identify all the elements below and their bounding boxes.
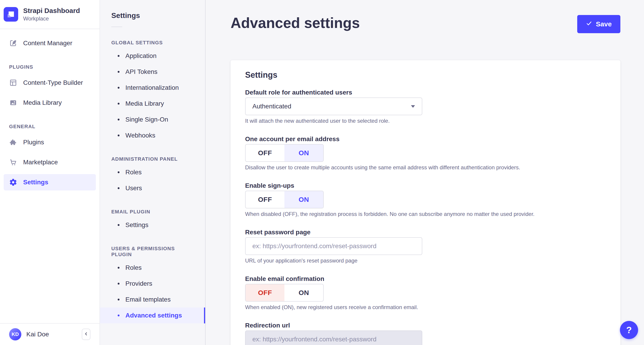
subnav-item-application[interactable]: Application <box>100 48 205 64</box>
sidebar-footer: KD Kai Doe <box>0 323 100 345</box>
collapse-sidebar-button[interactable] <box>82 329 90 340</box>
subnav-item-internationalization[interactable]: Internationalization <box>100 80 205 96</box>
enable-signups-toggle-on[interactable]: ON <box>284 191 323 208</box>
sidebar-item-settings[interactable]: Settings <box>4 174 96 190</box>
chevron-left-icon <box>84 331 88 337</box>
subnav-section-label: GLOBAL SETTINGS <box>100 40 205 46</box>
subnav-item-api-tokens[interactable]: API Tokens <box>100 64 205 80</box>
sidebar-item-content-manager[interactable]: Content Manager <box>4 35 96 51</box>
subnav-item-providers[interactable]: Providers <box>100 276 205 292</box>
subnav-item-label: Users <box>126 185 142 192</box>
one-account-toggle-off[interactable]: OFF <box>246 145 284 161</box>
sidebar-item-label: Media Library <box>23 99 62 106</box>
subnav-item-advanced-settings[interactable]: Advanced settings <box>100 307 205 323</box>
user-name: Kai Doe <box>26 331 49 338</box>
save-button-label: Save <box>596 20 612 28</box>
bullet-icon <box>118 171 120 173</box>
bullet-icon <box>118 314 120 316</box>
default-role-select[interactable]: Authenticated <box>245 98 422 115</box>
field-hint: URL of your application's reset password… <box>245 258 606 263</box>
field-one-account: One account per email address OFF ON Dis… <box>245 135 606 170</box>
subnav-item-email-templates[interactable]: Email templates <box>100 292 205 307</box>
subnav-item-label: Settings <box>126 221 148 229</box>
chevron-down-icon <box>411 105 415 108</box>
subnav-item-label: Providers <box>126 280 152 287</box>
field-label: Enable sign-ups <box>245 182 606 189</box>
email-confirmation-toggle-off[interactable]: OFF <box>246 284 284 301</box>
sidebar-item-content-type-builder[interactable]: Content-Type Builder <box>4 75 96 91</box>
subnav-item-up-roles[interactable]: Roles <box>100 260 205 276</box>
help-button[interactable]: ? <box>620 321 638 339</box>
field-label: Default role for authenticated users <box>245 89 606 96</box>
bullet-icon <box>118 283 120 284</box>
subnav-section-email-plugin: EMAIL PLUGIN Settings <box>100 209 205 233</box>
field-label: Redirection url <box>245 322 606 329</box>
email-confirmation-toggle-on[interactable]: ON <box>284 284 323 301</box>
subnav-item-single-sign-on[interactable]: Single Sign-On <box>100 112 205 128</box>
sidebar-item-label: Settings <box>23 179 48 186</box>
panel-title: Settings <box>245 70 606 80</box>
subnav-item-webhooks[interactable]: Webhooks <box>100 128 205 143</box>
subnav-item-label: Media Library <box>126 100 164 107</box>
bullet-icon <box>118 135 120 136</box>
field-label: One account per email address <box>245 135 606 143</box>
sidebar-section-general: GENERAL <box>0 124 100 130</box>
field-hint: Disallow the user to create multiple acc… <box>245 165 606 170</box>
bullet-icon <box>118 224 120 226</box>
workspace-label: Workplace <box>23 16 80 22</box>
brand-block[interactable]: Strapi Dashboard Workplace <box>0 0 100 29</box>
sidebar-item-label: Content Manager <box>23 40 72 47</box>
reset-password-input[interactable] <box>245 237 422 255</box>
bullet-icon <box>118 103 120 105</box>
subnav-section-users-permissions: USERS & PERMISSIONS PLUGIN Roles Provide… <box>100 246 205 323</box>
redirection-url-input <box>245 330 422 345</box>
app-title: Strapi Dashboard <box>23 7 80 15</box>
field-redirection-url: Redirection url <box>245 322 606 345</box>
sidebar-nav: Content Manager PLUGINS Content-Type Bui… <box>0 29 100 323</box>
field-enable-signups: Enable sign-ups OFF ON When disabled (OF… <box>245 182 606 217</box>
sidebar-item-label: Plugins <box>23 139 44 146</box>
subnav-item-label: API Tokens <box>126 68 158 76</box>
subnav-section-administration-panel: ADMINISTRATION PANEL Roles Users <box>100 156 205 196</box>
sidebar-item-plugins[interactable]: Plugins <box>4 134 96 150</box>
sidebar-section-plugins: PLUGINS <box>0 64 100 70</box>
content-type-builder-icon <box>9 79 17 87</box>
field-hint: It will attach the new authenticated use… <box>245 118 606 124</box>
email-confirmation-toggle: OFF ON <box>245 284 324 301</box>
save-button[interactable]: Save <box>577 15 620 33</box>
field-reset-password: Reset password page URL of your applicat… <box>245 229 606 263</box>
subnav-item-label: Roles <box>126 264 142 271</box>
content-manager-icon <box>9 39 17 47</box>
sidebar-item-marketplace[interactable]: Marketplace <box>4 154 96 170</box>
subnav-item-label: Email templates <box>126 296 170 303</box>
bullet-icon <box>118 187 120 189</box>
subnav-item-label: Single Sign-On <box>126 116 168 123</box>
strapi-logo-icon <box>4 7 18 22</box>
bullet-icon <box>118 71 120 73</box>
gear-icon <box>9 178 17 186</box>
subnav-item-email-settings[interactable]: Settings <box>100 217 205 233</box>
enable-signups-toggle: OFF ON <box>245 191 324 208</box>
one-account-toggle-on[interactable]: ON <box>284 145 323 161</box>
page-header: Advanced settings Save <box>206 0 644 33</box>
subnav-section-label: EMAIL PLUGIN <box>100 209 205 215</box>
subnav-item-admin-roles[interactable]: Roles <box>100 164 205 180</box>
field-hint: When disabled (OFF), the registration pr… <box>245 211 606 217</box>
divider <box>111 27 122 27</box>
avatar[interactable]: KD <box>9 328 21 340</box>
subnav-section-global-settings: GLOBAL SETTINGS Application API Tokens I… <box>100 40 205 143</box>
bullet-icon <box>118 55 120 57</box>
subnav-item-media-library[interactable]: Media Library <box>100 96 205 112</box>
sidebar-item-media-library[interactable]: Media Library <box>4 95 96 111</box>
enable-signups-toggle-off[interactable]: OFF <box>246 191 284 208</box>
page-title: Advanced settings <box>230 15 360 32</box>
puzzle-icon <box>9 138 17 146</box>
subnav-item-admin-users[interactable]: Users <box>100 180 205 196</box>
bullet-icon <box>118 119 120 120</box>
field-label: Enable email confirmation <box>245 275 606 282</box>
shopping-cart-icon <box>9 158 17 166</box>
bullet-icon <box>118 299 120 300</box>
subnav-section-label: USERS & PERMISSIONS PLUGIN <box>100 246 205 257</box>
main-sidebar: Strapi Dashboard Workplace Content Manag… <box>0 0 100 345</box>
subnav-item-label: Advanced settings <box>126 312 182 319</box>
